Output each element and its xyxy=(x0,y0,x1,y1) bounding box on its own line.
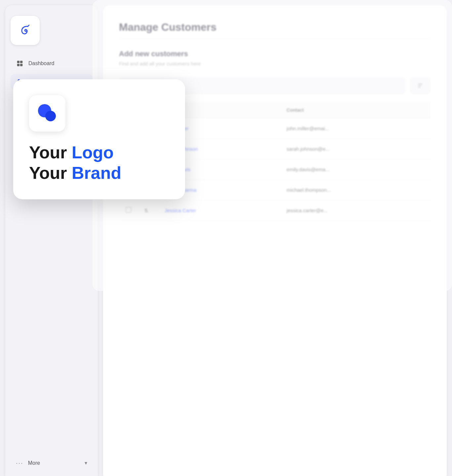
brand-logo-icon xyxy=(35,101,59,125)
sidebar: Dashboard Customers xyxy=(5,5,98,476)
brand-line1-highlight: Logo xyxy=(72,143,114,162)
sidebar-more-menu[interactable]: ··· More ▾ xyxy=(11,455,93,471)
svg-rect-0 xyxy=(17,61,19,63)
brand-line1-text: Your xyxy=(29,143,72,162)
brand-text: Your Logo Your Brand xyxy=(29,142,169,183)
brand-card: Your Logo Your Brand xyxy=(13,79,185,199)
brand-logo-box xyxy=(29,95,65,132)
brand-line2-highlight: Brand xyxy=(72,163,121,182)
chevron-down-icon: ▾ xyxy=(85,460,87,466)
sidebar-item-label: Dashboard xyxy=(28,60,54,66)
svg-point-17 xyxy=(45,111,56,121)
svg-rect-3 xyxy=(20,64,22,66)
more-dots-icon: ··· xyxy=(16,459,23,467)
dashboard-icon xyxy=(16,60,24,67)
svg-rect-1 xyxy=(20,61,22,63)
app-container: Dashboard Customers xyxy=(0,0,452,476)
more-label: More xyxy=(28,460,40,466)
sidebar-item-dashboard[interactable]: Dashboard xyxy=(11,56,93,71)
sidebar-logo[interactable] xyxy=(11,16,40,45)
svg-rect-2 xyxy=(17,64,19,66)
brand-line-2: Your Brand xyxy=(29,163,169,183)
logo-bird-icon xyxy=(19,24,32,37)
brand-line2-text: Your xyxy=(29,163,72,182)
brand-line-1: Your Logo xyxy=(29,142,169,163)
